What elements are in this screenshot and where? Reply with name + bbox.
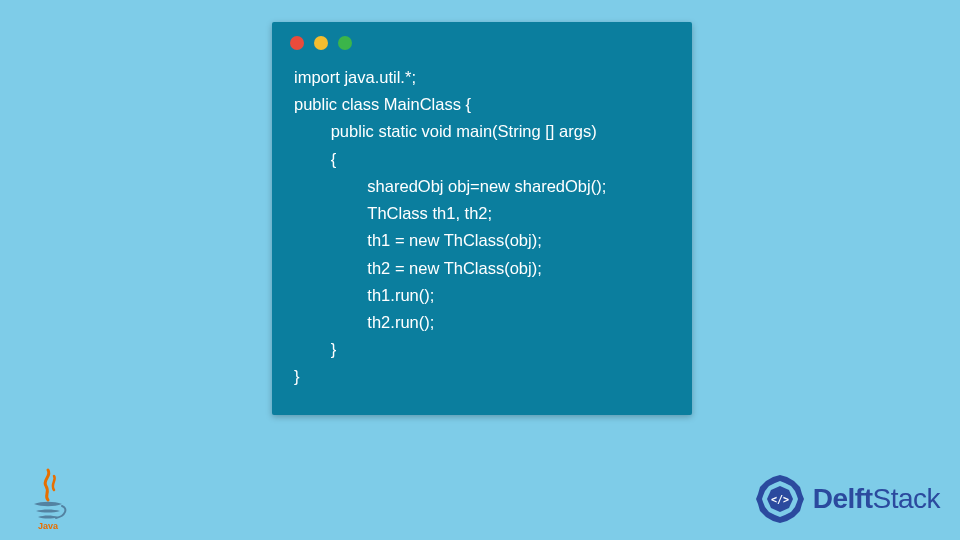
delft-suffix-text: Stack [872,483,940,514]
delft-brand-text: Delft [813,483,873,514]
delftstack-logo: </> DelftStack [753,472,940,526]
delftstack-wordmark: DelftStack [813,483,940,515]
code-window: import java.util.*; public class MainCla… [272,22,692,415]
java-logo-label: Java [38,521,59,530]
code-block: import java.util.*; public class MainCla… [272,60,692,397]
window-titlebar [272,22,692,60]
minimize-icon [314,36,328,50]
delftstack-badge-icon: </> [753,472,807,526]
close-icon [290,36,304,50]
maximize-icon [338,36,352,50]
java-logo-icon: Java [24,466,72,530]
svg-text:</>: </> [771,494,789,505]
